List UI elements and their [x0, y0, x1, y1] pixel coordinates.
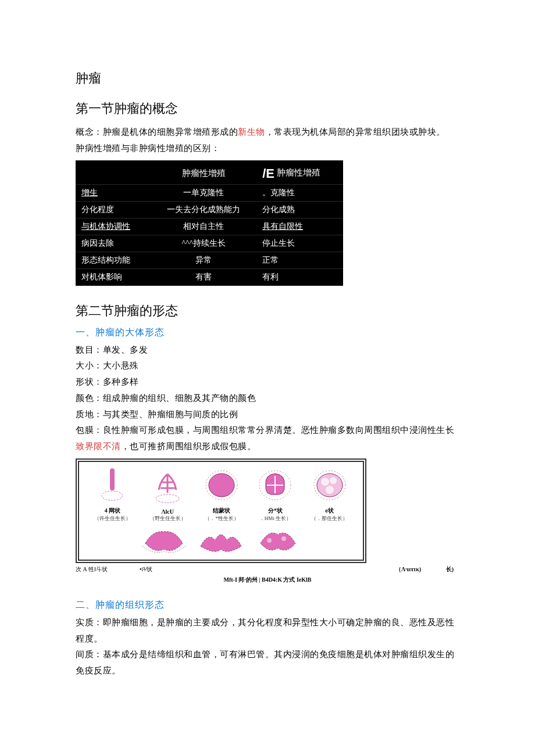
fig-sublabel: （许生住生长） [94, 515, 131, 522]
table-cell: ^^^持续生长 [151, 235, 256, 252]
body-line: 形状：多种多样 [76, 374, 459, 390]
body-line: 大小：大小悬殊 [76, 358, 459, 374]
capsule-prefix: 包膜：良性肿瘤可形成包膜，与周围组织常常分界清楚。恶性肿瘤多数向周围组织中浸润性… [76, 425, 454, 435]
fig-label: 结蒙状 [204, 507, 239, 515]
figure-caption: Mft-I 邦·的州 | B4D4:K 方式 IeKlB [76, 576, 459, 584]
tumor-shape-icon [255, 526, 301, 555]
svg-point-0 [102, 491, 123, 500]
table-cell: 具有自限性 [256, 218, 343, 235]
concept-red: 新生物 [238, 127, 265, 137]
section2-heading: 第二节肿瘤的形态 [76, 302, 459, 320]
table-cell: 正常 [256, 252, 343, 268]
table-row: 对机体影响有害有利 [76, 268, 343, 285]
svg-point-11 [281, 536, 286, 541]
line-b2: 间质：基本成分是结缔组织和血管，可有淋巴管。其内浸润的免疫细胞是机体对肿瘤组织发… [76, 647, 459, 679]
tumor-shape-icon [198, 526, 244, 555]
table-cell: 一单克隆性 [151, 184, 256, 201]
table-cell: 相对自主性 [151, 218, 256, 235]
svg-point-1 [156, 495, 179, 503]
concept-prefix: 概念：肿瘤是机体的细胞异常增殖形成的 [76, 127, 238, 137]
figure-frame: 4 网状（许生住生长）ΛlcU（野生住生长）结蒙状（．*性生长）分*状．HMt … [76, 458, 366, 563]
figure-block: 4 网状（许生住生长）ΛlcU（野生住生长）结蒙状（．*性生长）分*状．HMt … [76, 458, 459, 584]
line-b1: 实质：即肿瘤细胞，是肿瘤的主要成分，其分化程度和异型性大小可确定肿瘤的良、恶性及… [76, 615, 459, 647]
fig-label: ΛlcU [149, 508, 186, 515]
table-cell: 分化程度 [76, 201, 151, 218]
tumor-shape-icon [141, 526, 187, 555]
fig-below-left: 次 A 牲Ⅰ斗状 [76, 565, 140, 574]
table-cell: 增生 [76, 184, 151, 201]
table-row: 病因去除^^^持续生长停止生长 [76, 235, 343, 252]
fig-label: 分*状 [258, 507, 293, 515]
svg-point-6 [321, 478, 329, 486]
svg-point-7 [330, 477, 337, 484]
table-cell: 。克隆性 [256, 184, 343, 201]
capsule-line: 包膜：良性肿瘤可形成包膜，与周围组织常常分界清楚。恶性肿瘤多数向周围组织中浸润性… [76, 422, 459, 455]
body-line: 颜色：组成肿瘤的组织、细胞及其产物的颜色 [76, 390, 459, 407]
table-header: /E 肿瘤性增殖 [256, 160, 343, 185]
section1-heading: 第一节肿瘤的概念 [76, 100, 459, 117]
fig-sublabel: （．*性生长） [204, 515, 239, 522]
table-cell: 有利 [256, 268, 343, 285]
table-header [76, 160, 151, 185]
table-row: 形态结构功能异常正常 [76, 252, 343, 268]
concept-line: 概念：肿瘤是机体的细胞异常增殖形成的新生物，常表现为机体局部的异常组织团块或肿块… [76, 124, 459, 141]
table-cell: 形态结构功能 [76, 252, 151, 268]
figure-item: 4 网状（许生住生长） [94, 468, 131, 522]
table-cell: 异常 [151, 252, 256, 268]
table-row: 增生一单克隆性。克隆性 [76, 184, 343, 201]
body-line: 数目：单发、多发 [76, 342, 459, 359]
fig-below-mid: •i⅟状 [140, 565, 204, 574]
tumor-shape-icon [204, 468, 239, 506]
figure-item: ΛlcU（野生住生长） [149, 470, 186, 522]
body-line: 质地：与其类型、肿瘤细胞与间质的比例 [76, 407, 459, 423]
capsule-suffix: ，也可推挤周围组织形成假包膜。 [121, 442, 256, 451]
figure-item: 分*状．HMt 生长） [258, 468, 293, 522]
fig-label: 4 网状 [94, 507, 131, 515]
tumor-shape-icon [94, 468, 131, 506]
svg-point-10 [267, 538, 272, 543]
fig-sublabel: （．那住生长） [311, 515, 348, 522]
figure-bottom-row [85, 526, 357, 555]
document-page: 肿瘤 第一节肿瘤的概念 概念：肿瘤是机体的细胞异常增殖形成的新生物，常表现为机体… [0, 0, 535, 714]
table-cell: 有害 [151, 268, 256, 285]
table-cell: 对机体影响 [76, 268, 151, 285]
figure-item: e状（．那住生长） [311, 468, 348, 522]
table-cell: 与机体协调性 [76, 218, 151, 235]
tumor-shape-icon [149, 470, 186, 507]
table-cell: 停止生长 [256, 235, 343, 252]
table-cell: 分化成熟 [256, 201, 343, 218]
fig-label: e状 [311, 507, 348, 515]
table-header: 肿瘤性增殖 [151, 160, 256, 185]
fig-sublabel: ．HMt 生长） [258, 515, 293, 522]
capsule-red: 致界限不清 [76, 442, 121, 451]
figure-item: 结蒙状（．*性生长） [204, 468, 239, 522]
table-row: 与机体协调性相对自主性具有自限性 [76, 218, 343, 235]
table-row: 分化程度一失去分化成熟能力分化成熟 [76, 201, 343, 218]
tumor-shape-icon [258, 468, 293, 506]
tumor-shape-icon [311, 468, 348, 506]
table-cell: 一失去分化成熟能力 [151, 201, 256, 218]
fig-sublabel: （野生住生长） [149, 515, 186, 522]
comparison-table: 肿瘤性增殖/E 肿瘤性增殖增生一单克隆性。克隆性分化程度一失去分化成熟能力分化成… [76, 160, 343, 286]
sub-heading-b: 二、肿瘤的组织形态 [76, 599, 459, 611]
doc-title: 肿瘤 [76, 70, 459, 87]
diff-intro: 肿病性增殖与非肿病性增殖的区别： [76, 141, 459, 157]
concept-suffix: ，常表现为机体局部的异常组织团块或肿块。 [265, 127, 445, 137]
sub-heading-a: 一、肿瘤的大体形态 [76, 327, 459, 339]
svg-point-2 [209, 474, 234, 497]
svg-point-8 [326, 486, 334, 494]
table-cell: 病因去除 [76, 235, 151, 252]
